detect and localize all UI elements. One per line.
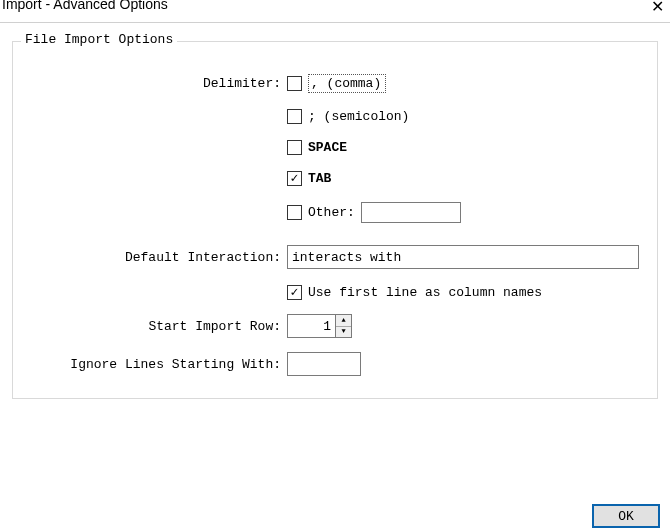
use-first-line-checkbox[interactable] xyxy=(287,285,302,300)
delimiter-other-checkbox[interactable] xyxy=(287,205,302,220)
delimiter-semicolon-checkbox[interactable] xyxy=(287,109,302,124)
delimiter-semicolon-label: ; (semicolon) xyxy=(308,109,409,124)
delimiter-other-label: Other: xyxy=(308,205,355,220)
start-import-row: Start Import Row: ▲ ▼ xyxy=(29,314,641,338)
delimiter-tab-row: TAB xyxy=(29,171,641,186)
start-import-row-input[interactable] xyxy=(287,314,335,338)
group-legend: File Import Options xyxy=(21,32,177,47)
default-interaction-input[interactable] xyxy=(287,245,639,269)
start-import-row-label: Start Import Row: xyxy=(29,319,287,334)
spinner-up-icon[interactable]: ▲ xyxy=(336,315,351,327)
delimiter-space-label: SPACE xyxy=(308,140,347,155)
delimiter-space-row: SPACE xyxy=(29,140,641,155)
delimiter-tab-checkbox[interactable] xyxy=(287,171,302,186)
delimiter-comma-label: , (comma) xyxy=(308,74,386,93)
delimiter-space-checkbox[interactable] xyxy=(287,140,302,155)
delimiter-other-input[interactable] xyxy=(361,202,461,223)
delimiter-semicolon-row: ; (semicolon) xyxy=(29,109,641,124)
ignore-lines-input[interactable] xyxy=(287,352,361,376)
start-import-row-spinner[interactable]: ▲ ▼ xyxy=(287,314,352,338)
spinner-down-icon[interactable]: ▼ xyxy=(336,327,351,338)
use-first-line-row: Use first line as column names xyxy=(29,285,641,300)
delimiter-row: Delimiter: , (comma) xyxy=(29,74,641,93)
delimiter-label: Delimiter: xyxy=(29,76,287,91)
default-interaction-row: Default Interaction: xyxy=(29,245,641,269)
title-separator xyxy=(0,22,670,23)
title-bar: Import - Advanced Options ✕ xyxy=(0,0,670,22)
ignore-lines-label: Ignore Lines Starting With: xyxy=(29,357,287,372)
default-interaction-label: Default Interaction: xyxy=(29,250,287,265)
use-first-line-label: Use first line as column names xyxy=(308,285,542,300)
ignore-lines-row: Ignore Lines Starting With: xyxy=(29,352,641,376)
delimiter-other-row: Other: xyxy=(29,202,641,223)
delimiter-tab-label: TAB xyxy=(308,171,331,186)
ok-button[interactable]: OK xyxy=(592,504,660,528)
close-icon[interactable]: ✕ xyxy=(634,0,666,14)
window-title: Import - Advanced Options xyxy=(0,0,168,12)
file-import-options-group: File Import Options Delimiter: , (comma)… xyxy=(12,41,658,399)
delimiter-comma-checkbox[interactable] xyxy=(287,76,302,91)
